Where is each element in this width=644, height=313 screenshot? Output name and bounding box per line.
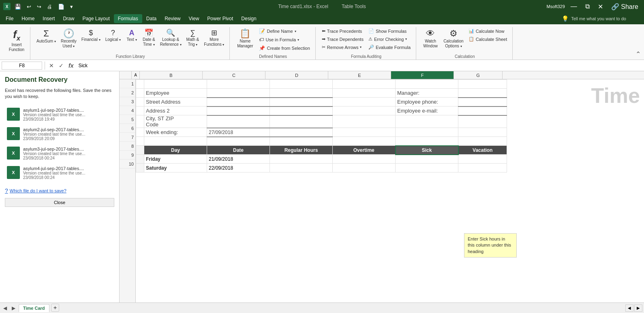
cell-d4[interactable] [270,106,333,115]
doc-recovery-close-btn[interactable]: Close [5,198,114,207]
row-num-9[interactable]: 9 [120,151,135,160]
formula-input[interactable] [77,62,642,69]
row-num-8[interactable]: 8 [120,142,135,151]
undo-qat[interactable]: ↩ [25,3,33,11]
newfile-qat[interactable]: 📄 [56,3,66,11]
cell-c2[interactable] [207,89,270,98]
cell-e4[interactable] [333,106,396,115]
cell-b2[interactable]: Employee [144,89,207,98]
cell-f4[interactable]: Employee e-mail: [396,106,458,115]
cell-e6[interactable] [333,128,396,137]
cell-b8[interactable]: Day [144,146,207,155]
cell-a3[interactable] [136,98,144,106]
menu-file[interactable]: File [2,14,17,23]
cell-d9[interactable] [270,155,333,164]
trace-precedents-btn[interactable]: ⬅ Trace Precedents [320,27,366,35]
menu-pagelayout[interactable]: Page Layout [78,14,113,23]
save-qat[interactable]: 💾 [13,3,23,11]
sheet-scroll-right[interactable]: ▶ [634,304,642,312]
cell-c7[interactable] [207,137,270,146]
use-in-formula-btn[interactable]: 🏷 Use in Formula ▾ [257,36,312,44]
menu-home[interactable]: Home [17,14,39,23]
menu-design[interactable]: Design [237,14,260,23]
cell-b4[interactable]: Address 2 [144,106,207,115]
cell-g8[interactable]: Vacation [458,146,507,155]
cell-e3[interactable] [333,98,396,106]
cell-e8[interactable]: Overtime [333,146,396,155]
row-num-3[interactable]: 3 [120,97,135,106]
cell-f1[interactable] [396,80,458,89]
cell-b3[interactable]: Street Address [144,98,207,106]
close-btn[interactable]: ✕ [595,2,605,11]
cell-e2[interactable] [333,89,396,98]
watch-window-btn[interactable]: 👁 WatchWindow [420,27,441,50]
cell-a8[interactable] [136,146,144,155]
cell-e5[interactable] [333,115,396,128]
print-qat[interactable]: 🖨 [45,3,54,11]
cell-a5[interactable] [136,115,144,128]
cell-d3[interactable] [270,98,333,106]
error-checking-btn[interactable]: ⚠ Error Checking ▾ [366,35,413,43]
cancel-formula-btn[interactable]: ✕ [47,62,56,70]
cell-a9[interactable] [136,155,144,164]
cell-g6[interactable] [458,128,507,137]
menu-review[interactable]: Review [160,14,184,23]
sheet-tab-timecard[interactable]: Time Card [19,304,49,312]
lookup-reference-btn[interactable]: 🔍 Lookup &Reference ▾ [158,27,184,48]
cell-f6[interactable] [396,128,458,137]
cell-a2[interactable] [136,89,144,98]
menu-formulas[interactable]: Formulas [114,14,142,23]
row-num-5[interactable]: 5 [120,115,135,124]
cell-g4[interactable] [458,106,507,115]
menu-insert[interactable]: Insert [39,14,59,23]
cell-g3[interactable] [458,98,507,106]
cell-a4[interactable] [136,106,144,115]
sheet-scroll-left[interactable]: ◀ [625,304,633,312]
cell-f8[interactable]: Sick [396,146,458,155]
cell-f10[interactable] [396,164,458,172]
cell-f3[interactable]: Employee phone: [396,98,458,106]
cell-b1[interactable] [144,80,207,89]
tell-me[interactable]: Tell me what you want to do [571,16,626,21]
recovery-file-2[interactable]: X asylum2-jul-sep-2017-tables.... Versio… [5,124,114,144]
cell-b7[interactable] [144,137,207,146]
calculate-sheet-btn[interactable]: 📋 Calculate Sheet [466,35,509,43]
cell-a7[interactable] [136,137,144,146]
share-btn[interactable]: 🔗 Share [609,2,641,11]
redo-qat[interactable]: ↪ [35,3,43,11]
calculate-now-btn[interactable]: 📊 Calculate Now [466,27,509,35]
cell-e1[interactable] [333,80,396,89]
minimize-btn[interactable]: — [568,2,580,11]
trace-dependents-btn[interactable]: ➡ Trace Dependents [320,35,366,43]
col-header-D[interactable]: D [265,71,328,79]
text-btn[interactable]: A Text ▾ [124,27,140,43]
row-num-6[interactable]: 6 [120,124,135,133]
confirm-formula-btn[interactable]: ✓ [57,62,65,70]
cell-c1[interactable] [207,80,270,89]
cell-d7[interactable] [270,137,333,146]
cell-e9[interactable] [333,155,396,164]
scroll-sheets-left[interactable]: ◀ [2,305,9,311]
cell-c3[interactable] [207,98,270,106]
insert-function-btn[interactable]: fx InsertFunction [6,27,27,53]
col-header-B[interactable]: B [140,71,203,79]
cell-e7[interactable] [333,137,396,146]
name-manager-btn[interactable]: 📋 NameManager [234,27,256,50]
row-num-2[interactable]: 2 [120,88,135,97]
recovery-file-4[interactable]: X asylum4-jul-sep-2017-tables.... Versio… [5,163,114,183]
create-from-selection-btn[interactable]: 📌 Create from Selection [257,44,312,52]
cell-b6[interactable]: Week ending: [144,128,207,137]
cell-c8[interactable]: Date [207,146,270,155]
cell-d5[interactable] [270,115,333,128]
col-header-C[interactable]: C [203,71,265,79]
cell-g10[interactable] [458,164,507,172]
col-header-E[interactable]: E [328,71,391,79]
cell-c4[interactable] [207,106,270,115]
cell-d10[interactable] [270,164,333,172]
cell-f9[interactable] [396,155,458,164]
add-sheet-btn[interactable]: ＋ [51,304,59,312]
col-header-G[interactable]: G [454,71,503,79]
cell-c9[interactable]: 21/09/2018 [207,155,270,164]
menu-view[interactable]: View [185,14,203,23]
col-header-A[interactable]: A [132,71,140,79]
